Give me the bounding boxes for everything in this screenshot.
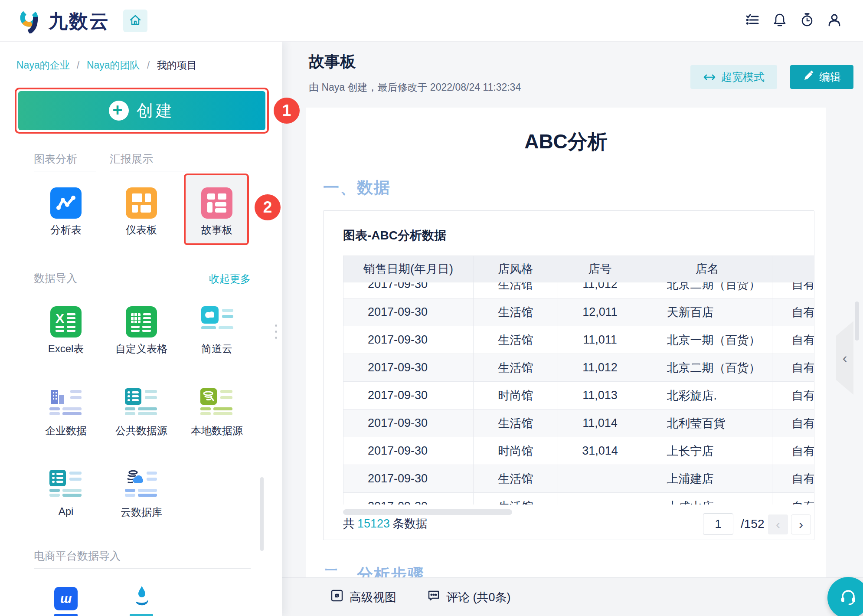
next-page-button[interactable]: › [791,514,811,534]
column-header: 店号 [558,256,643,282]
stopwatch-icon [800,13,814,29]
import-jiandaoyun[interactable]: 简道云 [201,306,232,331]
brand-logo[interactable]: 九数云 [16,7,110,35]
table-cell: 2017-09-30 [343,410,474,437]
table-row: 2017-09-30 生活馆 上成山店 自有店 [343,493,814,505]
checklist-icon [745,13,760,29]
dashboard-icon [126,187,157,219]
table-cell: 11,013 [558,382,643,409]
table-cell: 2017-09-30 [343,382,474,409]
row-count-text: 共15123条数据 [343,516,428,531]
create-button[interactable]: + 创建 [18,91,265,130]
edit-label: 编辑 [819,70,841,84]
panel-drag-handle[interactable] [275,324,277,339]
edit-button[interactable]: 编辑 [790,65,853,89]
section-chart-analysis: 图表分析 [34,152,77,166]
divider [34,290,251,290]
import-public-data[interactable]: 公共数据源 [125,388,156,413]
import-label: Api [31,505,101,518]
tool-label: 仪表板 [107,223,176,237]
logo-wordmark: 九数云 [49,9,110,34]
table-cell: 11,014 [558,410,643,437]
table-cell: 生活馆 [474,493,558,505]
table-cell: 北京二期（百货） [642,282,772,298]
import-custom-table[interactable]: 自定义表格 [126,306,157,337]
home-button[interactable] [123,10,147,32]
wide-mode-label: 超宽模式 [721,70,765,84]
data-table[interactable]: 销售日期(年月日) 店风格 店号 店名 店性 2017-09-30 生活馆 11… [343,256,814,505]
import-api[interactable]: Api [49,470,81,495]
vertical-scrollbar-thumb[interactable] [855,301,859,341]
cloud-db-icon [125,470,158,495]
prev-page-button[interactable]: ‹ [768,514,788,534]
local-data-icon [200,388,233,413]
tool-analysis-table[interactable]: 分析表 [50,187,82,219]
page-number-input[interactable] [703,513,733,535]
divider [34,568,251,569]
wide-mode-button[interactable]: 超宽模式 [690,65,777,89]
table-cell: 天新百店 [642,298,772,326]
table-row: 2017-09-30 生活馆 11,012 北京二期（百货） 自有店 [343,354,814,382]
page-total-label: /152 [741,517,765,531]
count-prefix: 共 [343,517,355,530]
breadcrumb-separator: / [143,59,154,71]
breadcrumb: Naya的企业 / Naya的团队 / 我的项目 [16,59,197,72]
table-cell: 生活馆 [474,465,558,492]
section-report-display: 汇报展示 [110,152,153,166]
table-cell: 自有店 [772,493,814,505]
tool-label: 分析表 [31,223,101,237]
jiandaoyun-icon [201,306,234,331]
table-cell: 自有店 [772,354,814,381]
table-cell: 自有店 [772,282,814,298]
tool-storyboard[interactable]: 故事板 [201,187,232,219]
table-cell: 自有店 [772,437,814,465]
public-data-icon [125,388,158,413]
table-cell: 31,014 [558,437,643,465]
home-icon [129,13,142,28]
import-local-data[interactable]: 本地数据源 [200,388,232,413]
comment-bubble-icon [427,589,440,605]
table-cell: 上成山店 [642,493,772,505]
app-root: 九数云 [0,0,863,616]
pencil-icon [803,70,814,84]
account-button[interactable] [827,13,842,29]
table-cell: 自有店 [772,326,814,354]
panel-scrollbar-thumb[interactable] [260,477,264,551]
headset-icon [838,587,858,609]
table-cell: 11,012 [558,282,643,298]
import-cloud-db[interactable]: 云数据库 [125,470,156,495]
annotation-step-1: 1 [274,98,300,124]
table-cell: 自有店 [772,410,814,437]
count-value: 15123 [355,517,392,530]
collapse-more-link[interactable]: 收起更多 [197,272,251,286]
document-title: ABC分析 [306,128,826,155]
advanced-view-button[interactable]: 高级视图 [330,578,396,616]
logo-9-icon [16,7,42,35]
table-row: 2017-09-30 生活馆 11,011 北京一期（百货） 自有店 [343,326,814,354]
count-suffix: 条数据 [392,517,428,530]
table-cell: 2017-09-30 [343,493,474,505]
table-cell: 时尚馆 [474,382,558,409]
history-button[interactable] [799,13,815,29]
tool-dashboard[interactable]: 仪表板 [126,187,157,219]
collapse-panel-handle[interactable]: ‹ [836,321,853,395]
column-header: 销售日期(年月日) [343,256,474,282]
import-enterprise-data[interactable]: 企业数据 [49,388,81,413]
task-list-button[interactable] [745,13,760,29]
table-horizontal-scrollbar[interactable] [343,509,512,515]
breadcrumb-enterprise[interactable]: Naya的企业 [16,59,70,71]
import-excel[interactable]: X Excel表 [50,306,82,337]
comments-label: 评论 (共0条) [446,590,511,605]
comments-button[interactable]: 评论 (共0条) [427,578,511,616]
notifications-button[interactable] [772,13,788,29]
advanced-view-label: 高级视图 [350,590,396,605]
enterprise-data-icon [49,388,82,413]
page-title: 故事板 [309,51,356,72]
table-header-row: 销售日期(年月日) 店风格 店号 店名 店性 [343,256,814,282]
partial-bottom-row-clip: 2017-09-30 生活馆 上成山店 自有店 [343,493,814,505]
tool-label: 故事板 [182,223,252,237]
api-icon [49,470,82,495]
breadcrumb-team[interactable]: Naya的团队 [87,59,140,71]
table-cell: 北彩旋店. [642,382,772,409]
table-cell: 12,011 [558,298,643,326]
